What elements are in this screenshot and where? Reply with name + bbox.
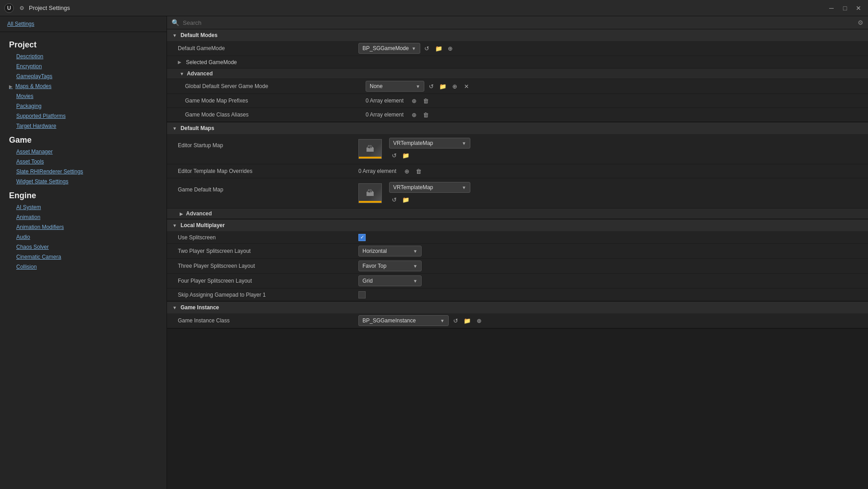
prop-selected-gamemode[interactable]: ▶ Selected GameMode — [167, 56, 868, 69]
prop-editor-startup-map: Editor Startup Map 🏔 — [167, 134, 868, 164]
game-default-map-value: VRTemplateMap — [393, 184, 433, 191]
browse-btn-editor-startup[interactable]: 📁 — [401, 150, 411, 160]
section-header-engine: Engine — [0, 186, 167, 202]
four-player-label: Four Player Splitscreen Layout — [178, 278, 358, 284]
reset-btn-game-default-map[interactable]: ↺ — [389, 195, 399, 205]
sidebar-item-maps-modes[interactable]: ▶Maps & Modes — [0, 81, 167, 91]
global-server-control: None ▼ ↺ 📁 ⊕ ✕ — [366, 81, 861, 92]
sidebar-top: All Settings — [0, 16, 167, 32]
use-splitscreen-checkbox[interactable]: ✓ — [358, 234, 366, 241]
two-player-dropdown[interactable]: Horizontal ▼ — [358, 246, 422, 256]
four-player-dropdown[interactable]: Grid ▼ — [358, 275, 422, 286]
sidebar-item-cinematic-camera[interactable]: Cinematic Camera — [0, 252, 167, 262]
add-btn-map-prefixes[interactable]: ⊕ — [409, 96, 419, 106]
prop-editor-template-overrides: Editor Template Map Overrides 0 Array el… — [167, 164, 868, 178]
game-instance-label: Game Instance — [181, 304, 219, 311]
reset-btn-gamemode[interactable]: ↺ — [422, 43, 432, 53]
map-prefixes-count: 0 Array element — [366, 98, 404, 104]
sidebar-item-widget-state[interactable]: Widget State Settings — [0, 177, 167, 186]
prop-game-default-map: Game Default Map 🏔 — [167, 178, 868, 209]
skip-gamepad-checkbox[interactable] — [358, 291, 366, 298]
close-button[interactable]: ✕ — [853, 2, 864, 14]
editor-startup-map-value: VRTemplateMap — [393, 140, 433, 146]
sidebar-item-encryption[interactable]: Encryption — [0, 61, 167, 71]
editor-template-control: 0 Array element ⊕ 🗑 — [358, 166, 861, 176]
sidebar-item-animation[interactable]: Animation — [0, 212, 167, 222]
reset-btn-server[interactable]: ↺ — [426, 81, 436, 91]
add-btn-editor-template[interactable]: ⊕ — [402, 166, 412, 176]
default-gamemode-dropdown[interactable]: BP_SGGameMode ▼ — [358, 43, 420, 54]
browse-btn-game-default-map[interactable]: 📁 — [401, 195, 411, 205]
section-title-default-maps[interactable]: ▼ Default Maps — [167, 122, 868, 134]
reset-btn-game-instance[interactable]: ↺ — [450, 316, 460, 326]
editor-startup-map-control: 🏔 VRTemplateMap ▼ — [358, 138, 861, 160]
sidebar-item-gameplaytags[interactable]: GameplayTags — [0, 71, 167, 81]
sidebar: All Settings Project Description Encrypt… — [0, 16, 167, 489]
three-player-dropdown[interactable]: Favor Top ▼ — [358, 261, 422, 271]
prop-game-instance-class: Game Instance Class BP_SGGameInstance ▼ … — [167, 313, 868, 328]
prop-two-player-layout: Two Player Splitscreen Layout Horizontal… — [167, 244, 868, 259]
sidebar-item-target-hardware[interactable]: Target Hardware — [0, 121, 167, 131]
all-settings-link[interactable]: All Settings — [7, 21, 159, 27]
game-default-map-dropdown[interactable]: VRTemplateMap ▼ — [389, 182, 470, 193]
game-default-map-thumb-bar — [359, 201, 381, 203]
delete-btn-editor-template[interactable]: 🗑 — [413, 166, 423, 176]
local-multiplayer-label: Local Multiplayer — [181, 222, 225, 228]
search-input[interactable] — [183, 19, 854, 26]
sidebar-item-supported-platforms[interactable]: Supported Platforms — [0, 111, 167, 121]
search-settings-icon[interactable]: ⚙ — [858, 19, 863, 26]
default-maps-arrow: ▼ — [172, 126, 177, 131]
global-server-dropdown[interactable]: None ▼ — [366, 81, 424, 92]
editor-startup-map-dropdown[interactable]: VRTemplateMap ▼ — [389, 138, 470, 149]
minimize-button[interactable]: ─ — [826, 2, 837, 14]
sidebar-item-audio[interactable]: Audio — [0, 232, 167, 242]
add-btn-game-instance[interactable]: ⊕ — [474, 316, 484, 326]
selected-gamemode-control: ▶ Selected GameMode — [178, 59, 861, 65]
window-title: Project Settings — [29, 5, 826, 11]
two-player-dropdown-arrow: ▼ — [413, 249, 418, 254]
browse-btn-server[interactable]: 📁 — [438, 81, 448, 91]
default-gamemode-value: BP_SGGameMode — [362, 45, 409, 51]
add-btn-server[interactable]: ⊕ — [450, 81, 460, 91]
sidebar-item-asset-manager[interactable]: Asset Manager — [0, 147, 167, 157]
editor-startup-dropdown-arrow: ▼ — [462, 141, 466, 146]
delete-btn-map-prefixes[interactable]: 🗑 — [421, 96, 431, 106]
sidebar-item-movies[interactable]: Movies — [0, 91, 167, 101]
selected-gamemode-arrow: ▶ — [178, 60, 181, 65]
section-title-game-instance[interactable]: ▼ Game Instance — [167, 302, 868, 313]
sidebar-item-ai-system[interactable]: AI System — [0, 202, 167, 212]
game-instance-class-dropdown[interactable]: BP_SGGameInstance ▼ — [358, 315, 449, 326]
game-default-map-dropdown-arrow: ▼ — [462, 185, 466, 190]
default-modes-label: Default Modes — [181, 32, 218, 38]
add-btn-class-aliases[interactable]: ⊕ — [409, 110, 419, 120]
section-title-default-modes[interactable]: ▼ Default Modes — [167, 29, 868, 41]
three-player-value: Favor Top — [362, 263, 386, 269]
sidebar-item-slate-rhirenderer[interactable]: Slate RHIRenderer Settings — [0, 167, 167, 177]
maximize-button[interactable]: □ — [839, 2, 851, 14]
subsection-advanced2[interactable]: ▶ Advanced — [167, 209, 868, 219]
add-btn-gamemode[interactable]: ⊕ — [446, 43, 455, 53]
clear-btn-server[interactable]: ✕ — [461, 81, 471, 91]
advanced-arrow: ▼ — [180, 71, 184, 76]
search-icon: 🔍 — [172, 19, 179, 26]
sidebar-item-chaos-solver[interactable]: Chaos Solver — [0, 242, 167, 252]
sidebar-item-packaging[interactable]: Packaging — [0, 101, 167, 111]
section-title-local-multiplayer[interactable]: ▼ Local Multiplayer — [167, 219, 868, 231]
browse-btn-game-instance[interactable]: 📁 — [462, 316, 472, 326]
sidebar-item-animation-modifiers[interactable]: Animation Modifiers — [0, 222, 167, 232]
sidebar-scroll[interactable]: Project Description Encryption GameplayT… — [0, 32, 167, 489]
delete-btn-class-aliases[interactable]: 🗑 — [421, 110, 431, 120]
map-thumb-bar — [359, 157, 381, 158]
section-default-modes: ▼ Default Modes Default GameMode BP_SGGa… — [167, 29, 868, 122]
game-instance-class-value: BP_SGGameInstance — [362, 317, 416, 324]
prop-three-player-layout: Three Player Splitscreen Layout Favor To… — [167, 259, 868, 274]
browse-btn-gamemode[interactable]: 📁 — [434, 43, 444, 53]
content-scroll[interactable]: ▼ Default Modes Default GameMode BP_SGGa… — [167, 29, 868, 489]
subsection-advanced[interactable]: ▼ Advanced — [167, 69, 868, 79]
sidebar-item-description[interactable]: Description — [0, 51, 167, 61]
game-instance-class-label: Game Instance Class — [178, 317, 358, 324]
sidebar-item-collision[interactable]: Collision — [0, 262, 167, 272]
reset-btn-editor-startup[interactable]: ↺ — [389, 150, 399, 160]
sidebar-item-asset-tools[interactable]: Asset Tools — [0, 157, 167, 167]
map-prefixes-control: 0 Array element ⊕ 🗑 — [366, 96, 861, 106]
